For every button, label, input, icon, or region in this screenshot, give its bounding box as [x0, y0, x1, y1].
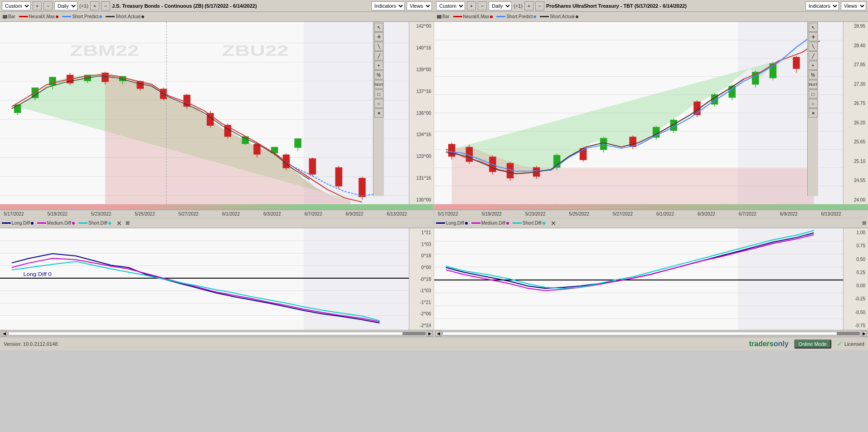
plus-tool[interactable]: + — [374, 61, 383, 70]
sub-close-right[interactable]: ✕ — [551, 220, 556, 226]
rsub-y-5: -0.25 — [844, 296, 867, 301]
scroll-right-btn-r[interactable]: ▶ — [861, 331, 867, 336]
line-tool[interactable]: ╲ — [374, 42, 383, 51]
line-tool-r[interactable]: ╲ — [809, 42, 818, 51]
chart-panel-right: Custom + − Daily (+1) + − ProShares Ultr… — [434, 0, 868, 218]
views-select-right[interactable]: Views — [841, 1, 866, 10]
watermark-zbm22: ZBM22 — [70, 42, 139, 59]
date-labels-left: 5/17/2022 5/19/2022 5/23/2022 5/25/2022 … — [2, 211, 409, 216]
legend-bar-item: Bar — [3, 14, 15, 19]
period-add-left[interactable]: + — [90, 1, 99, 10]
rect-tool-r[interactable]: □ — [809, 89, 818, 98]
sub-legend-med-l: Medium.Diff — [37, 221, 75, 226]
rsub-y-6: -0.50 — [844, 310, 867, 315]
period-sub-right[interactable]: − — [535, 1, 544, 10]
sub-y-2: 0^18 — [410, 253, 433, 258]
close-draw-tool[interactable]: ✕ — [374, 108, 383, 118]
remove-chart-btn-right[interactable]: − — [478, 1, 487, 10]
chart-main-left: ZBM22 ZBU22 — [0, 22, 409, 204]
rprice-7: 25.10 — [844, 159, 867, 164]
text-tool[interactable]: TEXT — [374, 80, 383, 89]
ray-tool[interactable]: ╱ — [374, 51, 383, 60]
views-select-left[interactable]: Views — [407, 1, 432, 10]
short-diff-color-l — [78, 222, 87, 224]
sub-y-7: -2^06 — [410, 311, 433, 316]
sub-y-4: -0^18 — [410, 277, 433, 282]
date-9: 6/13/2022 — [387, 211, 407, 216]
toolbar-left: Custom + − Daily (+1) + − J.S. Treasury … — [0, 0, 434, 12]
percent-tool-r[interactable]: % — [809, 70, 818, 79]
scroll-thumb-left[interactable] — [402, 332, 425, 335]
rdate-0: 5/17/2022 — [438, 211, 458, 216]
circle-tool[interactable]: ○ — [374, 99, 383, 108]
long-dot-l — [31, 222, 34, 225]
indicators-select-right[interactable]: Indicators — [805, 1, 839, 10]
toolbar-right: Custom + − Daily (+1) + − ProShares Ultr… — [434, 0, 868, 12]
period-select-right[interactable]: Daily — [489, 1, 512, 10]
arrow-tool-r[interactable]: ↖ — [809, 23, 818, 32]
percent-tool[interactable]: % — [374, 70, 383, 79]
sub-toolbar-right: Long.Diff Medium.Diff Short.Diff ✕ ⊠ — [434, 218, 868, 228]
online-mode-button[interactable]: Online Mode — [794, 339, 831, 349]
price-label-5: 134^16 — [410, 132, 433, 137]
rprice-0: 28.95 — [844, 24, 867, 29]
sub-legend-short-l: Short.Diff — [78, 221, 111, 226]
draw-tools-right: ↖ ✛ ╲ ╱ + % TEXT □ ○ ✕ — [807, 22, 818, 196]
rdate-6: 6/3/2022 — [698, 211, 715, 216]
rdate-4: 5/27/2022 — [613, 211, 633, 216]
short-dot-r — [543, 222, 545, 225]
sub-close-left[interactable]: ✕ — [116, 220, 122, 226]
legend-neural-item: NeuralX.Max — [19, 14, 59, 19]
date-7: 6/7/2022 — [305, 211, 322, 216]
text-tool-r[interactable]: TEXT — [809, 80, 818, 89]
add-chart-btn-left[interactable]: + — [33, 1, 42, 10]
plus-tool-r[interactable]: + — [809, 61, 818, 70]
custom-select-right[interactable]: Custom — [436, 1, 465, 10]
scroll-track-right[interactable] — [442, 332, 860, 335]
add-chart-btn-right[interactable]: + — [467, 1, 476, 10]
bar-color — [3, 15, 7, 19]
close-draw-tool-r[interactable]: ✕ — [809, 108, 818, 118]
crosshair-tool-r[interactable]: ✛ — [809, 32, 818, 41]
date-6: 6/3/2022 — [263, 211, 281, 216]
neural-color — [19, 16, 28, 17]
med-dot-l — [72, 222, 75, 225]
actual-color-r — [540, 16, 549, 17]
legend-bar-left: Bar NeuralX.Max Short.Predict Short.Actu… — [0, 12, 434, 22]
scroll-left-btn-r[interactable]: ◀ — [435, 331, 441, 336]
price-label-4: 136^00 — [410, 111, 433, 116]
period-select-left[interactable]: Daily — [54, 1, 78, 10]
date-axis-left: 5/17/2022 5/19/2022 5/23/2022 5/25/2022 … — [0, 210, 434, 218]
legend-predict-item-r: Short.Predict — [496, 14, 536, 19]
actual-dot-r — [576, 15, 578, 18]
remove-chart-btn-left[interactable]: − — [44, 1, 53, 10]
scroll-bar-left: ◀ ▶ — [0, 330, 434, 336]
circle-tool-r[interactable]: ○ — [809, 99, 818, 108]
crosshair-tool[interactable]: ✛ — [374, 32, 383, 41]
svg-rect-50 — [335, 167, 342, 187]
period-add-right[interactable]: + — [524, 1, 533, 10]
sub-legend-long-r: Long.Diff — [436, 221, 468, 226]
scroll-left-btn[interactable]: ◀ — [1, 331, 7, 336]
rsub-y-4: 0.00 — [844, 283, 867, 288]
scroll-thumb-right-2[interactable] — [837, 332, 859, 335]
scroll-right-btn[interactable]: ▶ — [427, 331, 433, 336]
predict-dot — [99, 15, 102, 18]
rect-tool[interactable]: □ — [374, 89, 383, 98]
scroll-track-left[interactable] — [8, 332, 426, 335]
price-axis-left: 142^00 140^16 139^00 137^16 136^00 134^1… — [409, 22, 434, 204]
date-5: 6/1/2022 — [222, 211, 240, 216]
sub-y-3: 0^00 — [410, 265, 433, 270]
arrow-tool[interactable]: ↖ — [374, 23, 383, 32]
rsub-y-0: 1.00 — [844, 230, 867, 235]
sub-pin-left[interactable]: ⊠ — [126, 221, 130, 226]
indicators-select-left[interactable]: Indicators — [371, 1, 405, 10]
svg-rect-88 — [600, 138, 607, 150]
period-sub-left[interactable]: − — [101, 1, 110, 10]
custom-select-left[interactable]: Custom — [2, 1, 31, 10]
sub-pin-right[interactable]: ⊠ — [862, 221, 866, 226]
chart-svg-left: ZBM22 ZBU22 — [0, 22, 409, 204]
ray-tool-r[interactable]: ╱ — [809, 51, 818, 60]
offset-label-right: (+1) — [514, 3, 523, 9]
price-label-0: 142^00 — [410, 24, 433, 29]
